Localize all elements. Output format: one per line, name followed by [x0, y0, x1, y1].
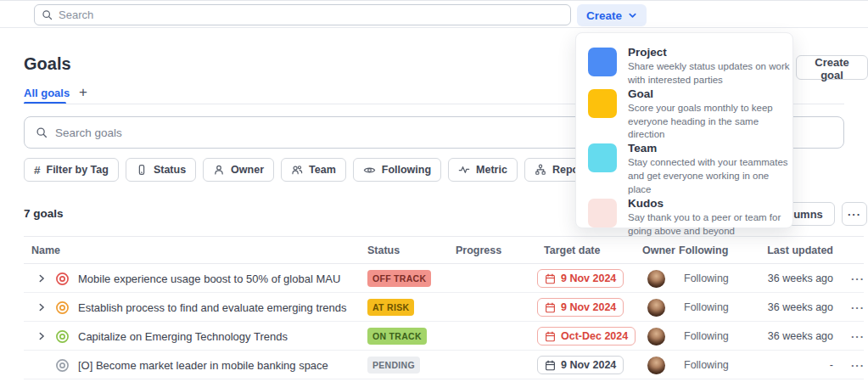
- goal-target-icon: [55, 272, 70, 286]
- progress-cell: [456, 264, 532, 293]
- goal-name[interactable]: Mobile experience usage boost to 50% of …: [78, 272, 340, 285]
- target-date-badge[interactable]: Oct-Dec 2024: [537, 327, 636, 345]
- goals-table: Name Status Progress Target date Owner F…: [24, 236, 864, 379]
- goal-target-icon: [55, 358, 70, 373]
- calendar-icon: [545, 331, 556, 342]
- menu-item-goal[interactable]: Goal Score your goals monthly to keep ev…: [576, 87, 792, 143]
- table-row: [O] Become market leader in mobile banki…: [24, 351, 864, 379]
- last-updated-label: 36 weeks ago: [760, 264, 833, 293]
- filter-metric-button[interactable]: Metric: [448, 158, 518, 182]
- row-menu-button[interactable]: ···: [851, 330, 865, 343]
- last-updated-label: 36 weeks ago: [760, 322, 833, 351]
- status-badge[interactable]: AT RISK: [367, 299, 414, 316]
- target-date-label: 9 Nov 2024: [561, 359, 616, 371]
- people-icon: [291, 164, 303, 176]
- column-header-target-date[interactable]: Target date: [544, 244, 600, 256]
- table-row: Establish process to find and evaluate e…: [24, 293, 864, 322]
- team-swatch-icon: [588, 143, 617, 172]
- menu-item-title: Kudos: [628, 197, 794, 210]
- add-tab-button[interactable]: +: [79, 84, 87, 101]
- column-header-last-updated[interactable]: Last updated: [760, 244, 833, 256]
- menu-item-title: Team: [628, 142, 794, 154]
- row-menu-button[interactable]: ···: [851, 301, 865, 314]
- owner-avatar[interactable]: [647, 328, 665, 345]
- following-label[interactable]: Following: [679, 264, 755, 293]
- filter-label: Metric: [476, 164, 507, 176]
- target-date-badge[interactable]: 9 Nov 2024: [537, 298, 624, 317]
- pulse-icon: [458, 164, 470, 176]
- following-label[interactable]: Following: [679, 293, 755, 322]
- filter-bar: # Filter by Tag Status Owner Team Follow…: [24, 158, 634, 182]
- column-header-name[interactable]: Name: [31, 244, 60, 256]
- menu-item-description: Score your goals monthly to keep everyon…: [628, 102, 794, 143]
- topbar: Create: [0, 0, 868, 28]
- goal-name[interactable]: Capitalize on Emerging Technology Trends: [78, 330, 288, 343]
- filter-label: Filter by Tag: [47, 164, 109, 176]
- chevron-down-icon: [628, 11, 637, 20]
- status-icon: [136, 164, 148, 176]
- owner-avatar[interactable]: [647, 299, 665, 317]
- create-goal-button[interactable]: Create goal: [796, 55, 868, 80]
- search-icon: [42, 9, 53, 20]
- search-icon: [36, 126, 48, 138]
- table-row: Mobile experience usage boost to 50% of …: [24, 264, 864, 293]
- hash-icon: #: [34, 164, 41, 177]
- filter-status-button[interactable]: Status: [126, 158, 196, 182]
- filter-team-button[interactable]: Team: [281, 158, 346, 182]
- last-updated-label: 36 weeks ago: [760, 293, 833, 322]
- table-row: Capitalize on Emerging Technology Trends…: [24, 322, 864, 351]
- page-title: Goals: [24, 54, 71, 74]
- goal-name[interactable]: [O] Become market leader in mobile banki…: [78, 359, 328, 372]
- menu-item-description: Say thank you to a peer or team for goin…: [628, 211, 794, 239]
- filter-by-tag-button[interactable]: # Filter by Tag: [24, 158, 119, 182]
- column-header-owner[interactable]: Owner: [642, 244, 675, 256]
- column-header-progress[interactable]: Progress: [456, 244, 501, 256]
- column-header-status[interactable]: Status: [367, 244, 400, 256]
- org-chart-icon: [535, 164, 546, 176]
- calendar-icon: [545, 360, 556, 371]
- menu-item-project[interactable]: Project Share weekly status updates on w…: [576, 46, 792, 87]
- expand-chevron-icon[interactable]: [36, 273, 47, 284]
- goal-name[interactable]: Establish process to find and evaluate e…: [78, 301, 347, 314]
- following-label[interactable]: Following: [679, 322, 755, 351]
- target-date-badge[interactable]: 9 Nov 2024: [537, 269, 624, 288]
- owner-avatar[interactable]: [647, 270, 665, 288]
- progress-cell: [456, 322, 532, 351]
- create-button-label: Create: [586, 9, 622, 22]
- following-label[interactable]: Following: [679, 351, 755, 379]
- create-button[interactable]: Create: [577, 4, 647, 26]
- tab-all-goals[interactable]: All goals: [24, 87, 70, 99]
- menu-item-description: Stay connected with your teammates and g…: [628, 156, 794, 197]
- status-badge[interactable]: ON TRACK: [367, 328, 427, 345]
- menu-item-title: Goal: [628, 87, 794, 100]
- target-date-label: Oct-Dec 2024: [561, 330, 628, 342]
- menu-item-kudos[interactable]: Kudos Say thank you to a peer or team fo…: [576, 197, 792, 239]
- progress-cell: [456, 351, 532, 379]
- project-swatch-icon: [588, 48, 617, 76]
- menu-item-title: Project: [628, 46, 794, 59]
- filter-label: Status: [154, 164, 186, 176]
- filter-owner-button[interactable]: Owner: [203, 158, 274, 182]
- menu-item-description: Share weekly status updates on work with…: [628, 60, 794, 87]
- target-date-badge[interactable]: 9 Nov 2024: [537, 356, 624, 374]
- goal-swatch-icon: [588, 89, 617, 118]
- menu-item-team[interactable]: Team Stay connected with your teammates …: [576, 142, 792, 197]
- table-more-button[interactable]: ···: [842, 202, 867, 226]
- status-badge[interactable]: PENDING: [367, 357, 420, 374]
- calendar-icon: [545, 273, 556, 284]
- filter-following-button[interactable]: Following: [353, 158, 441, 182]
- global-search-input[interactable]: [59, 8, 563, 21]
- expand-chevron-icon[interactable]: [36, 331, 47, 341]
- status-badge[interactable]: OFF TRACK: [367, 270, 431, 287]
- owner-avatar[interactable]: [647, 357, 665, 374]
- target-date-label: 9 Nov 2024: [561, 272, 616, 284]
- row-menu-button[interactable]: ···: [851, 359, 865, 372]
- global-search[interactable]: [34, 4, 571, 25]
- person-icon: [213, 164, 225, 176]
- filter-label: Owner: [231, 164, 264, 176]
- row-menu-button[interactable]: ···: [851, 272, 865, 285]
- goals-count: 7 goals: [24, 207, 64, 220]
- column-header-following[interactable]: Following: [679, 244, 728, 256]
- expand-chevron-icon[interactable]: [36, 302, 47, 312]
- filter-label: Following: [382, 164, 431, 176]
